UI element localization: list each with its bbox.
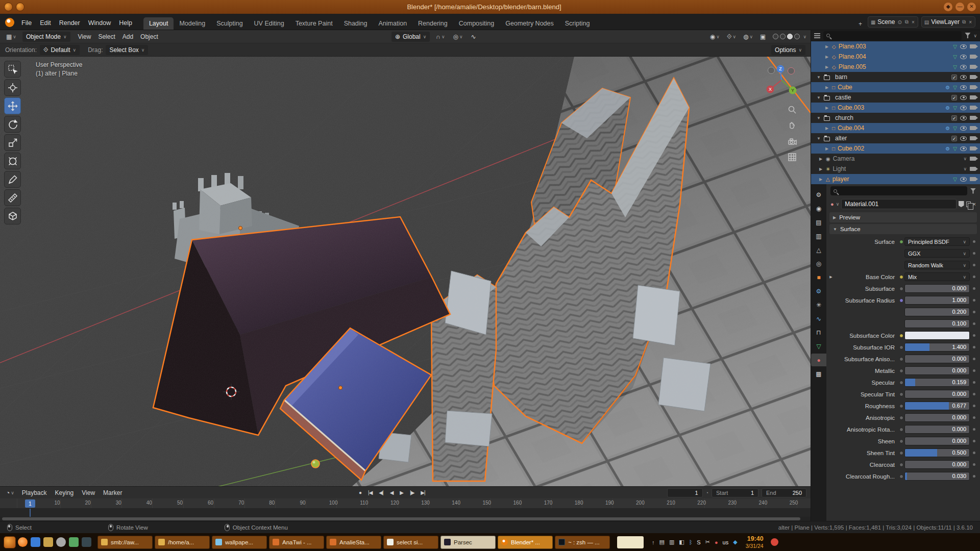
scene-new-icon[interactable]: ⧉ <box>904 19 909 25</box>
property-slider[interactable]: 1.400 <box>904 343 970 352</box>
property-slider[interactable]: 0.000 <box>904 390 970 398</box>
outliner-row[interactable]: ▶ □ Cube.003 ⚙ ▽ ✓ ∨ <box>811 103 980 113</box>
object-name[interactable]: Cube <box>838 84 852 91</box>
mesh-data-icon[interactable]: ▽ <box>953 177 957 182</box>
timeline-menu-item[interactable]: View <box>78 488 99 497</box>
shading-dropdown[interactable]: ∨ <box>803 34 806 39</box>
property-slider[interactable]: 0.030 <box>904 472 970 481</box>
hide-eye-icon[interactable] <box>960 177 967 182</box>
property-slider[interactable]: 0.100 <box>904 319 970 328</box>
disable-render-camera-icon[interactable] <box>970 95 976 99</box>
workspace-tab[interactable]: Layout <box>143 17 174 30</box>
taskbar-app-icon[interactable] <box>43 537 53 547</box>
expand-arrow-icon[interactable]: ▶ <box>824 106 829 110</box>
window-menu-icon[interactable] <box>16 3 24 11</box>
taskbar-window-button[interactable]: smb://aw... <box>97 536 153 549</box>
mesh-data-icon[interactable]: ▽ <box>953 64 957 70</box>
timeline-scrollbar[interactable] <box>0 517 811 521</box>
outliner-row[interactable]: ▶ ✳ Light ⚙ ▽ ✓ ∨ <box>811 164 980 174</box>
viewport-menu-item[interactable]: Add <box>119 32 137 41</box>
workspace-tab[interactable]: Geometry Nodes <box>500 17 559 30</box>
property-slider[interactable]: 0.200 <box>904 308 970 316</box>
shading-rendered-button[interactable] <box>794 34 800 39</box>
expand-arrow-icon[interactable]: ▶ <box>824 146 829 151</box>
object-name[interactable]: church <box>835 114 853 121</box>
expand-arrow-icon[interactable]: ▼ <box>816 75 821 80</box>
outliner-row[interactable]: ▶ □ Cube.004 ⚙ ▽ ✓ ∨ <box>811 123 980 133</box>
preview-section-header[interactable]: ▶Preview <box>829 212 977 222</box>
properties-tab[interactable]: ● <box>811 354 826 366</box>
gizmo-axis-neg-y[interactable] <box>768 67 775 74</box>
disable-render-camera-icon[interactable] <box>970 136 976 140</box>
property-slider[interactable]: 1.000 <box>904 296 970 305</box>
scene-unlink-icon[interactable]: × <box>911 19 915 25</box>
blender-logo-icon[interactable] <box>5 18 14 27</box>
options-dropdown[interactable]: Options∨ <box>771 45 805 55</box>
rotate-tool[interactable] <box>4 116 21 133</box>
keyframe-dot[interactable] <box>973 264 975 266</box>
material-sphere-icon[interactable]: ● <box>830 201 834 207</box>
taskbar-window-button[interactable]: Parsec <box>440 536 496 549</box>
add-cube-tool[interactable] <box>4 208 21 224</box>
expand-arrow-icon[interactable]: ▶ <box>818 177 823 182</box>
expand-arrow-icon[interactable]: ▶ <box>828 275 834 279</box>
outliner-row[interactable]: ▼ barn ⚙ ▽ ✓ ∨ <box>811 72 980 82</box>
outliner-editor-icon[interactable] <box>814 33 820 38</box>
taskbar-window-button[interactable]: /home/a... <box>155 536 210 549</box>
keyframe-dot[interactable] <box>973 405 975 407</box>
timeline-scrollbar-thumb[interactable] <box>2 517 800 520</box>
keyframe-dot[interactable] <box>973 428 975 431</box>
workspace-tab[interactable]: Shading <box>338 17 373 30</box>
disable-render-camera-icon[interactable] <box>970 146 976 151</box>
property-dropdown[interactable]: Principled BSDF∨ <box>904 237 970 246</box>
viewport-canvas[interactable] <box>0 57 811 486</box>
disable-render-camera-icon[interactable] <box>970 65 976 69</box>
disable-render-camera-icon[interactable] <box>970 85 976 89</box>
viewlayer-remove-icon[interactable]: × <box>968 19 972 25</box>
hide-eye-icon[interactable] <box>960 116 967 120</box>
property-slider[interactable]: 0.000 <box>904 284 970 293</box>
playhead-line[interactable] <box>30 509 31 517</box>
outliner-row[interactable]: ▶ ◇ Plane.005 ⚙ ▽ ✓ ∨ <box>811 62 980 72</box>
editor-type-button[interactable]: ▦∨ <box>4 32 18 41</box>
keyframe-dot[interactable] <box>973 252 975 255</box>
properties-tab[interactable]: △ <box>811 243 826 256</box>
object-name[interactable]: Camera <box>833 155 855 162</box>
playback-button[interactable]: ◀| <box>377 489 384 496</box>
tray-icon[interactable]: S <box>697 539 700 545</box>
hide-eye-icon[interactable] <box>960 75 967 80</box>
object-name[interactable]: player <box>832 176 849 183</box>
tray-icon[interactable]: ● <box>715 539 718 545</box>
tray-icon[interactable]: ▤ <box>659 539 665 545</box>
mesh-data-icon[interactable]: ▽ <box>953 146 957 152</box>
fake-user-shield-icon[interactable] <box>959 201 964 207</box>
workspace-tab[interactable]: Rendering <box>412 17 453 30</box>
property-slider[interactable]: 0.159 <box>904 378 970 387</box>
hide-eye-icon[interactable] <box>960 65 967 69</box>
properties-tab[interactable]: ✳ <box>811 298 826 311</box>
outliner-row[interactable]: ▶ ◇ Plane.003 ⚙ ▽ ✓ ∨ <box>811 41 980 52</box>
properties-tab[interactable]: ▥ <box>811 230 826 242</box>
tray-icon[interactable]: ◧ <box>679 539 684 545</box>
taskbar-app-icon[interactable] <box>31 537 40 547</box>
chevron-down-icon[interactable]: ∨ <box>963 166 967 171</box>
property-slider[interactable]: 0.000 <box>904 355 970 363</box>
keyframe-dot[interactable] <box>973 322 975 325</box>
timeline-editor-type-button[interactable]: ◔∨ <box>4 488 16 497</box>
orientation-setting-dropdown[interactable]: ⟐Default∨ <box>40 45 80 55</box>
measure-tool[interactable] <box>4 189 21 206</box>
add-workspace-tab[interactable]: + <box>854 18 866 30</box>
keyframe-dot[interactable] <box>973 463 975 466</box>
disable-render-camera-icon[interactable] <box>970 55 976 59</box>
collection-checkbox[interactable]: ✓ <box>951 74 957 80</box>
app-launcher-button[interactable] <box>4 536 16 548</box>
taskbar-app-icon[interactable] <box>18 537 28 547</box>
transform-orientation-dropdown[interactable]: ⊕Global∨ <box>391 32 430 42</box>
tray-icon[interactable]: ▥ <box>669 539 674 545</box>
collection-checkbox[interactable]: ✓ <box>951 95 957 101</box>
taskbar-clock[interactable]: 19:40 3/31/24 <box>746 535 764 548</box>
outliner-row[interactable]: ▶ △ player ⚙ ▽ ✓ ∨ <box>811 174 980 184</box>
modifier-wrench-icon[interactable]: ⚙ <box>945 126 950 131</box>
material-name-field[interactable]: Material.001 <box>841 199 956 209</box>
property-slider[interactable]: 0.677 <box>904 402 970 410</box>
